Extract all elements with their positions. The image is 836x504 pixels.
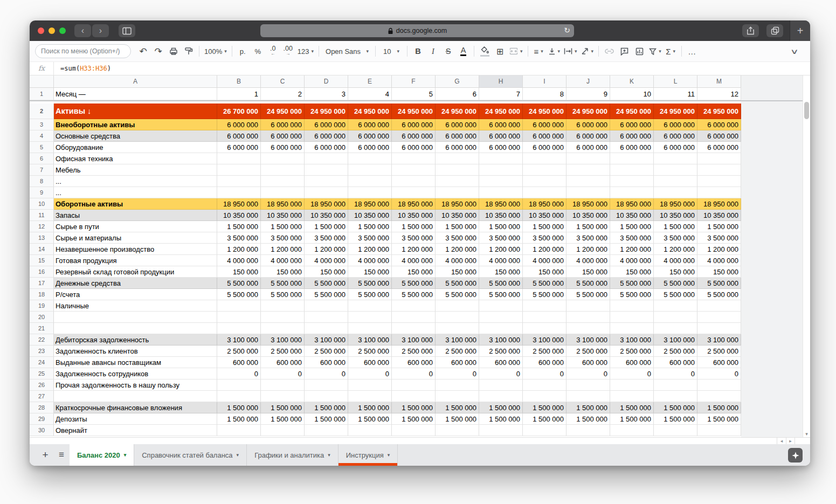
cell-C28[interactable]: 1 500 000: [261, 402, 305, 413]
cell-C11[interactable]: 10 350 000: [261, 210, 305, 221]
cell-M13[interactable]: 3 500 000: [697, 232, 741, 244]
cell-L24[interactable]: 600 000: [654, 357, 697, 368]
cell-G15[interactable]: 4 000 000: [436, 255, 479, 266]
font-size-select[interactable]: 10▾: [379, 44, 404, 58]
row-number-22[interactable]: 22: [30, 334, 54, 346]
chevron-down-icon[interactable]: ▾: [237, 452, 239, 458]
cell-B18[interactable]: 5 500 000: [217, 289, 261, 300]
cell-I29[interactable]: 1 500 000: [523, 413, 566, 425]
cell-K29[interactable]: 1 500 000: [610, 413, 654, 425]
cell-I10[interactable]: 18 950 000: [523, 198, 566, 210]
cell-L1[interactable]: 11: [654, 88, 697, 100]
cell-G12[interactable]: 1 500 000: [436, 221, 479, 232]
cell-C21[interactable]: [261, 323, 305, 334]
cell-L20[interactable]: [654, 312, 697, 323]
cell-I25[interactable]: 0: [523, 368, 566, 379]
cell-G23[interactable]: 2 500 000: [436, 346, 479, 357]
cell-H13[interactable]: 3 500 000: [479, 232, 523, 244]
cell-D17[interactable]: 5 500 000: [305, 278, 348, 289]
cell-E26[interactable]: [348, 379, 392, 391]
cell-I18[interactable]: 5 500 000: [523, 289, 566, 300]
column-header-F[interactable]: F: [392, 75, 436, 88]
cell-I6[interactable]: [523, 153, 566, 164]
cell-E6[interactable]: [348, 153, 392, 164]
cell-I2[interactable]: 24 950 000: [523, 103, 566, 119]
cell-K2[interactable]: 24 950 000: [610, 103, 654, 119]
row-number-29[interactable]: 29: [30, 413, 54, 425]
cell-J8[interactable]: [566, 176, 610, 187]
cell-I21[interactable]: [523, 323, 566, 334]
cell-B11[interactable]: 10 350 000: [217, 210, 261, 221]
cell-E24[interactable]: 600 000: [348, 357, 392, 368]
cell-E15[interactable]: 4 000 000: [348, 255, 392, 266]
cell-F24[interactable]: 600 000: [392, 357, 436, 368]
cell-D20[interactable]: [305, 312, 348, 323]
cell-M6[interactable]: [697, 153, 741, 164]
cell-M23[interactable]: 2 500 000: [697, 346, 741, 357]
cell-M30[interactable]: [697, 425, 741, 436]
column-header-B[interactable]: B: [217, 75, 261, 88]
cell-M8[interactable]: [697, 176, 741, 187]
row-number-6[interactable]: 6: [30, 153, 54, 164]
cell-A2[interactable]: Активы ↓: [54, 103, 217, 119]
cell-M21[interactable]: [697, 323, 741, 334]
cell-M15[interactable]: 4 000 000: [697, 255, 741, 266]
close-window-button[interactable]: [38, 27, 44, 34]
cell-H30[interactable]: [479, 425, 523, 436]
cell-E25[interactable]: 0: [348, 368, 392, 379]
cell-J21[interactable]: [566, 323, 610, 334]
cell-I19[interactable]: [523, 300, 566, 312]
cell-G5[interactable]: 6 000 000: [436, 142, 479, 153]
cell-D19[interactable]: [305, 300, 348, 312]
cell-B8[interactable]: [217, 176, 261, 187]
cell-D27[interactable]: [305, 391, 348, 402]
cell-K23[interactable]: 2 500 000: [610, 346, 654, 357]
cell-E3[interactable]: 6 000 000: [348, 119, 392, 130]
cell-F13[interactable]: 3 500 000: [392, 232, 436, 244]
cell-I8[interactable]: [523, 176, 566, 187]
cell-M25[interactable]: 0: [697, 368, 741, 379]
cell-B7[interactable]: [217, 164, 261, 176]
column-header-L[interactable]: L: [654, 75, 697, 88]
cell-D21[interactable]: [305, 323, 348, 334]
text-rotation-button[interactable]: ▾: [579, 44, 596, 58]
cell-E21[interactable]: [348, 323, 392, 334]
cell-D6[interactable]: [305, 153, 348, 164]
scroll-down-arrow-icon[interactable]: ▾: [803, 431, 810, 437]
cell-H8[interactable]: [479, 176, 523, 187]
cell-I20[interactable]: [523, 312, 566, 323]
cell-L8[interactable]: [654, 176, 697, 187]
cell-B20[interactable]: [217, 312, 261, 323]
tab-spravochnik-statey-balansa[interactable]: Справочник статей баланса ▾: [134, 444, 247, 466]
cell-B1[interactable]: 1: [217, 88, 261, 100]
cell-F27[interactable]: [392, 391, 436, 402]
cell-D26[interactable]: [305, 379, 348, 391]
tab-overview-button[interactable]: [766, 24, 783, 37]
cell-L25[interactable]: 0: [654, 368, 697, 379]
back-button[interactable]: ‹: [74, 24, 91, 37]
cell-C20[interactable]: [261, 312, 305, 323]
cell-G26[interactable]: [436, 379, 479, 391]
cell-M9[interactable]: [697, 187, 741, 198]
cell-F11[interactable]: 10 350 000: [392, 210, 436, 221]
column-header-D[interactable]: D: [305, 75, 348, 88]
cell-J19[interactable]: [566, 300, 610, 312]
cell-B13[interactable]: 3 500 000: [217, 232, 261, 244]
cell-C3[interactable]: 6 000 000: [261, 119, 305, 130]
cell-K22[interactable]: 3 100 000: [610, 334, 654, 346]
cell-E10[interactable]: 18 950 000: [348, 198, 392, 210]
cell-H3[interactable]: 6 000 000: [479, 119, 523, 130]
cell-F16[interactable]: 150 000: [392, 266, 436, 278]
sidebar-toggle-button[interactable]: [119, 24, 135, 37]
row-number-8[interactable]: 8: [30, 176, 54, 187]
cell-E28[interactable]: 1 500 000: [348, 402, 392, 413]
cell-F5[interactable]: 6 000 000: [392, 142, 436, 153]
row-number-28[interactable]: 28: [30, 402, 54, 413]
cell-D28[interactable]: 1 500 000: [305, 402, 348, 413]
chevron-down-icon[interactable]: ▾: [328, 452, 330, 458]
cell-C15[interactable]: 4 000 000: [261, 255, 305, 266]
chevron-down-icon[interactable]: ▾: [388, 452, 390, 458]
cell-L28[interactable]: 1 500 000: [654, 402, 697, 413]
column-header-I[interactable]: I: [523, 75, 566, 88]
cell-B30[interactable]: [217, 425, 261, 436]
